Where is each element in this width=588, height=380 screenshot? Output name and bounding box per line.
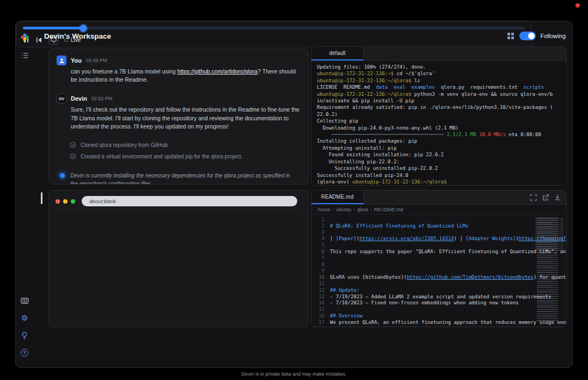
chat-message-user: You 02:49 PM can you finetune a 7B Llama… (57, 56, 301, 84)
editor-line: 8 (311, 262, 566, 268)
sessions-list-icon[interactable] (20, 51, 29, 60)
timeline-handle[interactable] (79, 24, 87, 32)
devin-avatar-label: DV (59, 97, 64, 101)
editor-line: 13- 7/19/2023 — Added LLaMA 2 example sc… (311, 294, 566, 301)
help-icon[interactable]: ? (20, 348, 29, 358)
url-bar[interactable]: about:blank (82, 196, 297, 206)
terminal-line: Downloading pip-24.0-py3-none-any.whl (2… (317, 125, 561, 131)
repo-link[interactable]: https://github.com/artidoro/qlora (177, 68, 258, 75)
editor-line: 5 (311, 242, 566, 249)
breadcrumb-item[interactable]: qlora (357, 207, 368, 212)
terminal-line: (qlora-env) ubuntu@ip-172-31-22-136:~/ql… (317, 179, 561, 185)
person-icon (59, 58, 65, 64)
editor-tabbar: README.md (311, 191, 566, 205)
editor-line: 14- 7/18/2023 — Fixed non-frozen embeddi… (311, 300, 566, 307)
editor-line: 11 (311, 281, 566, 287)
following-toggle[interactable] (519, 32, 536, 40)
breadcrumb-item[interactable]: README.md (374, 207, 403, 212)
traffic-light-zoom-icon[interactable] (71, 199, 75, 204)
editor-panel: README.md home› ubuntu› qlora› README.md… (311, 190, 567, 327)
browser-panel: about:blank (48, 190, 309, 327)
message-time: 02:52 PM (91, 96, 113, 101)
browser-viewport[interactable] (56, 212, 302, 321)
editor-code: 12# QLoRA: Efficient Finetuning of Quant… (311, 217, 566, 326)
editor-line: 6This repo supports the paper "QLoRA: Ef… (311, 249, 566, 255)
browser-chrome: about:blank (56, 196, 302, 206)
scroll-indicator[interactable] (41, 192, 42, 204)
terminal-line: ubuntu@ip-172-31-22-136:~$ cd ~/$'qlora' (317, 70, 561, 77)
editor-line: 16## Overview (311, 313, 566, 320)
breadcrumb-item[interactable]: ubuntu (336, 207, 352, 212)
lightbulb-icon[interactable] (20, 330, 29, 340)
message-text: Sure, I'll check out the repository and … (71, 106, 301, 131)
terminal-line: ━━━━━━━━━━━━━━━━━━━━━━━━━━━━━━━━━━━━━━ 2… (317, 131, 561, 138)
user-avatar (57, 56, 66, 65)
minimap[interactable] (537, 218, 562, 322)
url-text: about:blank (89, 198, 116, 204)
breadcrumb-item[interactable]: home (318, 207, 330, 212)
status-text: Devin is currently installing the necess… (70, 171, 299, 185)
message-author: Devin (71, 95, 87, 102)
sidebar: ⚙ ? (16, 21, 33, 367)
download-icon[interactable] (554, 194, 561, 201)
terminal-line: Updating files: 100% (274/274), done. (317, 64, 561, 70)
terminal-line: Found existing installation: pip 22.0.2 (317, 151, 561, 158)
breadcrumb: home› ubuntu› qlora› README.md (311, 205, 566, 214)
editor-tab-readme[interactable]: README.md (311, 191, 364, 204)
terminal-line: Successfully uninstalled pip-22.0.2 (317, 165, 561, 171)
terminal-line: in/activate && pip install -U pip (317, 97, 561, 104)
devin-avatar: DV (57, 94, 66, 103)
message-author: You (71, 57, 82, 64)
timeline-fill (23, 27, 83, 29)
terminal-line: Installing collected packages: pip (317, 138, 561, 144)
terminal-line: ubuntu@ip-172-31-22-136:~/qlora$ python3… (317, 91, 561, 97)
message-text: can you finetune a 7B Llama model using … (71, 68, 301, 84)
layout-grid-icon[interactable] (507, 32, 514, 40)
recording-dot (575, 3, 580, 8)
editor-tab-label: README.md (321, 194, 353, 200)
terminal-line: Requirement already satisfied: pip in ./… (317, 104, 561, 111)
editor-line: 3 (311, 230, 566, 236)
current-status: Devin is currently installing the necess… (60, 171, 301, 185)
terminal-tabbar: default (311, 47, 566, 61)
editor-line: 1 (311, 217, 566, 223)
editor-line: 2# QLoRA: Efficient Finetuning of Quanti… (311, 223, 566, 230)
step-text: Created a virtual environment and update… (81, 154, 242, 160)
fullscreen-icon[interactable] (530, 194, 537, 201)
chat-message-devin: DV Devin 02:52 PM Sure, I'll check out t… (57, 94, 301, 131)
toggle-knob (528, 33, 535, 39)
editor-body[interactable]: 12# QLoRA: Efficient Finetuning of Quant… (311, 214, 566, 326)
editor-line: 12## Update: (311, 287, 566, 294)
terminal-panel: default Updating files: 100% (274/274), … (311, 46, 567, 186)
check-circle-icon (70, 142, 76, 148)
terminal-line: Collecting pip (317, 118, 561, 124)
header: Devin's Workspace Following (33, 29, 566, 43)
editor-line: 17We present QLoRA, an efficient finetun… (311, 320, 566, 326)
workspace-window: ⚙ ? Devin's Workspace Following (15, 21, 573, 368)
status-pulse-icon (60, 173, 65, 178)
traffic-light-close-icon[interactable] (56, 199, 60, 204)
terminal-line: Uninstalling pip-22.0.2: (317, 158, 561, 165)
timeline-track[interactable] (23, 27, 525, 29)
terminal-output[interactable]: Updating files: 100% (274/274), done.ubu… (311, 61, 566, 186)
editor-line: 7 (311, 255, 566, 262)
check-circle-icon (70, 153, 76, 160)
gear-icon[interactable]: ⚙ (20, 313, 29, 323)
traffic-light-minimize-icon[interactable] (63, 199, 68, 204)
editor-line: 15 (311, 307, 566, 313)
devin-logo-icon[interactable] (20, 32, 29, 42)
keyboard-icon[interactable] (20, 296, 29, 305)
terminal-line: Successfully installed pip-24.0 (317, 172, 561, 179)
page-title: Devin's Workspace (44, 32, 111, 40)
terminal-line: ubuntu@ip-172-31-22-136:~/qlora$ ls (317, 77, 561, 84)
message-text-part: Sure, I'll check out the repository and … (71, 106, 299, 129)
terminal-line: LICENSE README.md data eval examples qlo… (317, 84, 561, 90)
completed-step: Created a virtual environment and update… (70, 153, 301, 160)
following-label: Following (541, 33, 566, 39)
completed-steps: Cloned qlora repository from GitHub. Cre… (70, 142, 301, 160)
pop-out-icon[interactable] (542, 194, 549, 201)
editor-line: 9 (311, 268, 566, 274)
beta-disclaimer: Devin is in private beta and may make mi… (0, 371, 588, 377)
terminal-line: 22.0.2) (317, 111, 561, 118)
terminal-tab-default[interactable]: default (311, 47, 364, 60)
